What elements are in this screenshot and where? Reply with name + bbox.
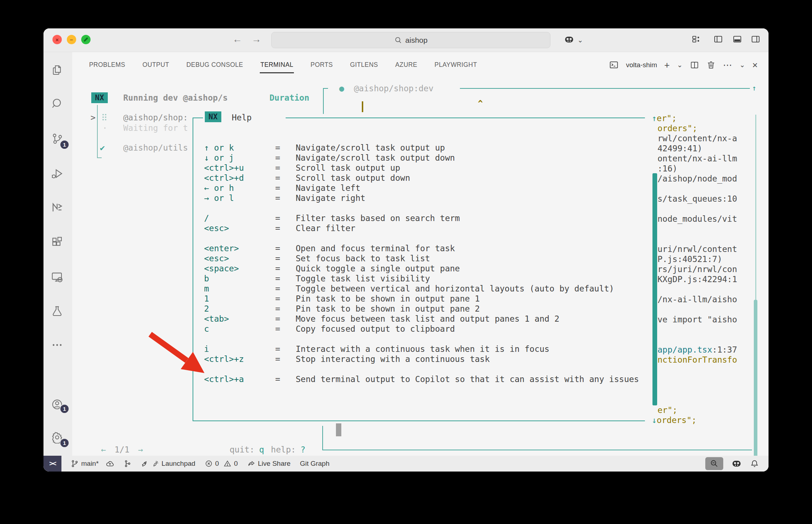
help-title: Help xyxy=(232,112,252,123)
pager-prev-icon[interactable]: ← xyxy=(101,445,106,454)
branch-name: main* xyxy=(81,460,99,468)
more-views-icon[interactable] xyxy=(51,339,63,351)
remote-explorer-icon[interactable] xyxy=(51,271,63,283)
help-row: /=Filter tasks based on search term xyxy=(204,213,639,223)
panel-controls: volta-shim + ⌄ ⋯ ⌄ × xyxy=(609,60,769,70)
tab-playwright[interactable]: PLAYWRIGHT xyxy=(434,61,477,69)
tab-debug-console[interactable]: DEBUG CONSOLE xyxy=(186,61,243,69)
error-icon xyxy=(205,460,213,468)
launchpad-status-item[interactable]: Launchpad xyxy=(141,459,195,468)
close-panel-icon[interactable]: × xyxy=(752,60,758,70)
zoom-indicator[interactable] xyxy=(705,457,723,470)
kill-terminal-icon[interactable] xyxy=(706,60,716,70)
customize-layout-icon[interactable] xyxy=(691,34,701,44)
edge-scrollbar-thumb[interactable] xyxy=(754,300,757,472)
pane1-title: @aishop/shop:dev xyxy=(354,83,434,93)
tab-output[interactable]: OUTPUT xyxy=(142,61,169,69)
vscode-window: × − ← → aishop ⌄ xyxy=(43,28,769,472)
source-control-badge: 1 xyxy=(60,140,69,150)
panel-more-actions-icon[interactable]: ⋯ xyxy=(723,60,732,70)
tab-gitlens[interactable]: GITLENS xyxy=(350,61,378,69)
output-line xyxy=(652,335,737,345)
output-line xyxy=(652,385,737,395)
help-label: help: xyxy=(271,445,296,454)
help-row: ↓ or j=Navigate/scroll task output down xyxy=(204,153,639,163)
remote-indicator-button[interactable]: >< xyxy=(43,456,61,472)
search-sidebar-icon[interactable] xyxy=(51,97,63,110)
back-icon[interactable]: ← xyxy=(232,34,242,45)
launchpad-label: Launchpad xyxy=(162,460,195,468)
sync-cloud-icon[interactable] xyxy=(106,459,114,468)
explorer-icon[interactable] xyxy=(51,64,63,76)
help-row: m=Toggle between vertical and horizontal… xyxy=(204,284,639,294)
help-row: <ctrl>+u=Scroll task output up xyxy=(204,163,639,173)
terminal-instance-name[interactable]: volta-shim xyxy=(626,61,657,69)
output-line: er"; xyxy=(652,405,737,415)
git-graph-status-item[interactable]: Git Graph xyxy=(300,460,329,468)
right-scrollbar-thumb-dark[interactable] xyxy=(652,173,657,405)
task-waiting-label: Waiting for t xyxy=(123,123,188,133)
toggle-secondary-sidebar-icon[interactable] xyxy=(751,34,761,44)
output-line: ↓orders"; xyxy=(652,415,737,425)
content-area: 1 1 1 PROBLEMSOUTPUTDEBUG CONSOLETERMINA… xyxy=(43,52,769,456)
tab-problems[interactable]: PROBLEMS xyxy=(89,61,125,69)
scm-graph-status-item[interactable] xyxy=(124,460,132,468)
help-row: <ctrl>+z=Stop interacting with a continu… xyxy=(204,354,639,364)
help-row: → or l=Navigate right xyxy=(204,193,639,203)
status-bar: >< main* Launchpad 0 xyxy=(43,456,769,472)
copilot-status-icon[interactable] xyxy=(731,458,742,469)
toggle-panel-icon[interactable] xyxy=(732,34,742,44)
copilot-icon[interactable] xyxy=(564,34,575,45)
new-terminal-icon[interactable]: + xyxy=(664,60,670,70)
annotation-arrow xyxy=(144,326,245,383)
task-grip-icon xyxy=(102,114,106,120)
copilot-chevron-icon[interactable]: ⌄ xyxy=(577,36,583,44)
live-share-icon xyxy=(247,460,255,468)
terminal-cursor xyxy=(362,101,363,112)
status-bar-right xyxy=(705,457,769,470)
live-share-status-item[interactable]: Live Share xyxy=(247,460,291,468)
new-terminal-dropdown-icon[interactable]: ⌄ xyxy=(677,61,683,68)
activity-bar: 1 1 1 xyxy=(43,52,72,456)
branch-status-item[interactable]: main* xyxy=(71,459,114,468)
pager-value: 1/1 xyxy=(115,445,130,454)
pager-next-icon[interactable]: → xyxy=(138,445,143,454)
output-line: :16) xyxy=(652,164,737,174)
output-line: nctionForTransfo xyxy=(652,355,737,365)
output-line xyxy=(652,395,737,405)
task-check-icon: ✔ xyxy=(100,143,105,153)
nx-badge: NX xyxy=(91,92,108,103)
command-center-search[interactable]: aishop xyxy=(271,32,550,48)
help-row: c=Copy focused output to clipboard xyxy=(204,324,639,334)
run-debug-icon[interactable] xyxy=(51,167,63,180)
git-graph-label: Git Graph xyxy=(300,460,329,468)
help-row: 1=Pin task to be shown in output pane 1 xyxy=(204,294,639,304)
notifications-bell-icon[interactable] xyxy=(750,459,759,468)
tab-terminal[interactable]: TERMINAL xyxy=(260,61,294,69)
tab-azure[interactable]: AZURE xyxy=(395,61,417,69)
minimize-window-button[interactable]: − xyxy=(67,35,76,44)
nx-console-icon[interactable] xyxy=(51,201,63,213)
task-done-label[interactable]: @aishop/utils xyxy=(123,143,188,153)
split-terminal-icon[interactable] xyxy=(690,60,699,70)
close-window-button[interactable]: × xyxy=(52,35,62,44)
pane1-bullet: ● xyxy=(339,83,344,93)
forward-icon[interactable]: → xyxy=(252,34,261,45)
toggle-primary-sidebar-icon[interactable] xyxy=(713,34,723,44)
output-line: app/app.tsx:1:37 xyxy=(652,345,737,355)
output-line: ve import "aisho xyxy=(652,314,737,325)
help-row: <tab>=Move focus between task list and o… xyxy=(204,314,639,324)
extensions-icon[interactable] xyxy=(51,236,63,248)
tab-ports[interactable]: PORTS xyxy=(310,61,333,69)
testing-icon[interactable] xyxy=(51,305,63,317)
hide-panel-icon[interactable]: ⌄ xyxy=(739,61,745,68)
problems-status-item[interactable]: 0 0 xyxy=(205,460,238,468)
help-rows: ↑ or k=Navigate/scroll task output up↓ o… xyxy=(204,143,639,384)
zoom-window-button[interactable] xyxy=(81,35,91,44)
task-row-label[interactable]: @aishop/shop: xyxy=(123,112,188,123)
warning-icon xyxy=(223,460,231,468)
help-row: <ctrl>+a=Send terminal output to Copilot… xyxy=(204,374,639,384)
help-row: <enter>=Open and focus terminal for task xyxy=(204,243,639,253)
output-line: rs/juri/nrwl/con xyxy=(652,264,737,274)
help-row: ↑ or k=Navigate/scroll task output up xyxy=(204,143,639,153)
